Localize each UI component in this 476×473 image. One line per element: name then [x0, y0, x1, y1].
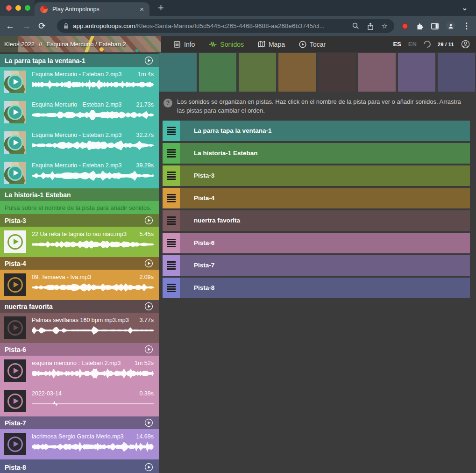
- new-tab-button[interactable]: +: [158, 3, 164, 13]
- clip-title: 2022-03-14: [32, 390, 62, 397]
- track-drag-handle[interactable]: [163, 143, 180, 164]
- browser-menu-icon[interactable]: ⋮: [462, 21, 470, 31]
- close-window-button[interactable]: [6, 5, 12, 11]
- track-play-icon[interactable]: [144, 56, 153, 65]
- track-bar[interactable]: Pista-4: [163, 188, 470, 208]
- reload-button[interactable]: ⟳: [38, 22, 46, 30]
- clip-thumbnail[interactable]: [4, 71, 26, 93]
- forward-button[interactable]: →: [22, 22, 31, 30]
- clip-thumbnail[interactable]: [4, 359, 26, 382]
- browser-profile-avatar[interactable]: [446, 22, 455, 30]
- track-bar[interactable]: Pista-3: [163, 165, 470, 186]
- track-drag-handle[interactable]: [163, 165, 180, 186]
- nav-tab-info[interactable]: Info: [173, 41, 195, 48]
- track-header[interactable]: Pista-4: [0, 257, 159, 270]
- account-icon[interactable]: [461, 40, 470, 49]
- track-drag-handle[interactable]: [163, 278, 180, 298]
- clip-thumbnail[interactable]: [4, 273, 26, 296]
- clip-play-button[interactable]: [7, 437, 23, 452]
- track-play-icon[interactable]: [144, 345, 153, 354]
- clip-play-button[interactable]: [7, 234, 23, 250]
- zoom-page-icon[interactable]: [352, 22, 359, 29]
- track-drag-handle[interactable]: [163, 210, 180, 231]
- clip-play-button[interactable]: [7, 165, 23, 181]
- nav-tab-sonidos[interactable]: Sonidos: [209, 41, 244, 48]
- address-bar[interactable]: app.antropoloops.com /Kleos-Santa-Marina…: [57, 19, 394, 33]
- clip-thumbnail[interactable]: [4, 131, 26, 154]
- audio-clip[interactable]: Esquina Mercurio - Esteban 2.mp3 1m 4s: [0, 67, 159, 97]
- track-bar[interactable]: Pista-7: [163, 255, 470, 276]
- clip-play-button[interactable]: [7, 105, 23, 120]
- track-play-icon[interactable]: [144, 302, 153, 311]
- language-en[interactable]: EN: [408, 41, 417, 48]
- track-header[interactable]: La historia-1 Esteban: [0, 188, 159, 201]
- track-play-icon[interactable]: [144, 418, 153, 427]
- clip-thumbnail[interactable]: [4, 316, 26, 339]
- clip-play-button[interactable]: [7, 74, 23, 90]
- bookmark-star-icon[interactable]: ☆: [382, 22, 388, 29]
- track-header[interactable]: nuertra favorita: [0, 300, 159, 313]
- browser-tab[interactable]: Play Antropoloops ×: [35, 2, 149, 16]
- sidebar-track-section: Pista-6 esquina mercurio : Esteban 2.mp3…: [0, 343, 159, 416]
- track-bar[interactable]: La parra tapa la ventana-1: [163, 121, 470, 141]
- track-header[interactable]: Pista-6: [0, 343, 159, 356]
- track-color-swatch: [278, 53, 316, 92]
- language-es[interactable]: ES: [393, 41, 401, 48]
- clip-play-button[interactable]: [7, 277, 23, 293]
- side-panel-icon[interactable]: [431, 23, 439, 29]
- clip-thumbnail[interactable]: [4, 230, 26, 253]
- track-bar-label: nuertra favorita: [180, 210, 470, 231]
- track-play-icon[interactable]: [144, 259, 153, 268]
- breadcrumb[interactable]: Kleos 2022 // Esquina Mercurio / Esteban…: [0, 36, 161, 52]
- track-drag-handle[interactable]: [163, 233, 180, 253]
- clip-thumbnail[interactable]: [4, 390, 26, 412]
- track-bar[interactable]: Pista-6: [163, 233, 470, 253]
- track-bar[interactable]: La historia-1 Esteban: [163, 143, 470, 164]
- track-drag-handle[interactable]: [163, 255, 180, 276]
- play-triangle-icon: [14, 170, 19, 176]
- fullscreen-window-button[interactable]: [25, 5, 30, 11]
- track-header[interactable]: Pista-8: [0, 459, 159, 473]
- loader-ring-icon: [422, 39, 432, 49]
- audio-clip[interactable]: Esquina Mercurio - Esteban 2.mp3 21.73s: [0, 97, 159, 128]
- avatar-person-icon: [448, 23, 454, 29]
- audio-clip[interactable]: 09. Temaeva - Iva.mp3 2.09s: [0, 270, 159, 300]
- clip-play-button[interactable]: [7, 320, 23, 336]
- minimize-window-button[interactable]: [15, 5, 21, 11]
- audio-clip[interactable]: Esquina Mercurio - Esteban 2.mp3 32.27s: [0, 128, 159, 158]
- audio-clip[interactable]: Esquina Mercurio - Esteban 2.mp3 39.29s: [0, 158, 159, 188]
- clip-thumbnail[interactable]: [4, 101, 26, 123]
- audio-clip[interactable]: 22 Ua reka te tagnia to rau niau.mp3 5.4…: [0, 227, 159, 257]
- audio-clip[interactable]: esquina mercurio : Esteban 2.mp3 1m 52s: [0, 356, 159, 386]
- nav-tab-mapa[interactable]: Mapa: [258, 41, 285, 48]
- record-indicator-icon[interactable]: [402, 23, 408, 29]
- track-bar[interactable]: Pista-8: [163, 278, 470, 298]
- clip-thumbnail[interactable]: [4, 433, 26, 455]
- nav-label: Mapa: [269, 41, 285, 48]
- track-header[interactable]: La parra tapa la ventana-1: [0, 54, 159, 67]
- track-color-swatch: [199, 53, 236, 92]
- share-icon[interactable]: [367, 22, 374, 30]
- clip-thumbnail[interactable]: [4, 162, 26, 184]
- extensions-puzzle-icon[interactable]: [416, 22, 424, 30]
- window-controls: [0, 0, 35, 16]
- tab-search-chevron-icon[interactable]: ⌄: [462, 4, 468, 12]
- nav-label: Sonidos: [220, 41, 244, 48]
- audio-clip[interactable]: lacrimosa Sergio García Merlo.mp3 14.69s: [0, 429, 159, 459]
- nav-tab-tocar[interactable]: Tocar: [299, 41, 326, 48]
- clip-play-button[interactable]: [7, 394, 23, 409]
- audio-clip[interactable]: Palmas sevillanas 160 bpm mp3.mp3 3.77s: [0, 313, 159, 343]
- track-header[interactable]: Pista-3: [0, 214, 159, 227]
- back-button[interactable]: ←: [6, 22, 14, 30]
- url-path: /Kleos-Santa-Marina/fd5d5445-c265-4468-9…: [135, 22, 347, 29]
- track-play-icon[interactable]: [144, 216, 153, 225]
- track-bar[interactable]: nuertra favorita: [163, 210, 470, 231]
- track-header[interactable]: Pista-7: [0, 416, 159, 429]
- track-drag-handle[interactable]: [163, 121, 180, 141]
- audio-clip[interactable]: 2022-03-14 0.39s: [0, 386, 159, 416]
- clip-play-button[interactable]: [7, 363, 23, 379]
- track-drag-handle[interactable]: [163, 188, 180, 208]
- clip-play-button[interactable]: [7, 135, 23, 150]
- close-tab-icon[interactable]: ×: [140, 5, 144, 13]
- track-play-icon[interactable]: [144, 463, 153, 472]
